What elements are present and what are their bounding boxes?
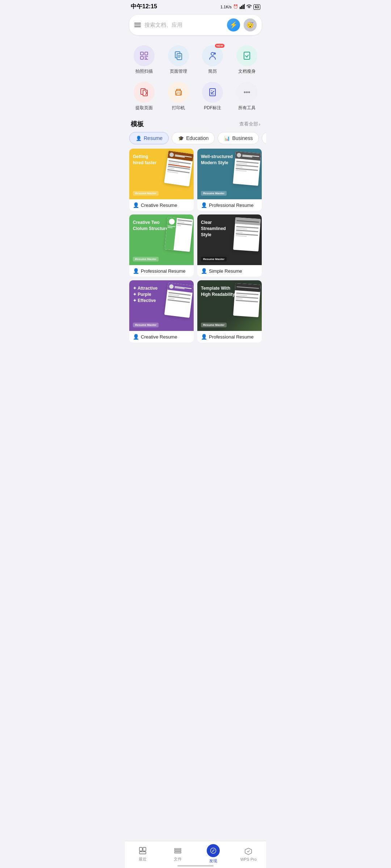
user-icon-6: 👤 [201, 334, 207, 340]
tool-printer-label: 打印机 [172, 105, 185, 111]
search-bar[interactable]: 搜索文档、应用 ⚡ 😴 [129, 15, 262, 35]
chevron-right-icon: › [259, 122, 260, 127]
template-info-2: 👤 Professional Resume [197, 199, 262, 211]
tab-resume[interactable]: 👤 Resume [129, 132, 169, 144]
svg-text:+: + [214, 53, 215, 55]
tool-extract-page[interactable]: 提取页面 [128, 79, 161, 114]
search-input[interactable]: 搜索文档、应用 [144, 22, 223, 29]
template-thumb-2: Well-structuredModern Style [197, 149, 262, 199]
status-time: 中午12:15 [131, 3, 157, 10]
tool-pdf-annotate[interactable]: PDF标注 [196, 79, 229, 114]
user-icon-4: 👤 [201, 268, 207, 274]
resume-icon-wrap: NEW + [202, 45, 223, 66]
lightning-button[interactable]: ⚡ [227, 18, 240, 31]
svg-rect-0 [240, 7, 241, 9]
battery-icon: 63 [253, 5, 260, 9]
template-thumb-5: ✦ Attractive✦ Purple✦ Effective [129, 280, 194, 331]
wifi-icon [246, 4, 252, 9]
template-info-5: 👤 Creative Resume [129, 331, 194, 342]
avatar[interactable]: 😴 [244, 18, 257, 31]
template-grid: Gettinghired faster [125, 149, 266, 371]
template-info-3: 👤 Professional Resume [129, 265, 194, 277]
template-card-creative-resume-2[interactable]: ✦ Attractive✦ Purple✦ Effective [129, 280, 194, 342]
template-info-1: 👤 Creative Resume [129, 199, 194, 211]
thumb-text-4: ClearStreamlinedStyle [201, 220, 226, 238]
svg-rect-4 [140, 52, 143, 55]
business-tab-icon: 📊 [224, 135, 230, 141]
thumb-text-2: Well-structuredModern Style [201, 154, 233, 166]
svg-point-28 [248, 92, 250, 93]
tool-extract-page-label: 提取页面 [135, 105, 153, 111]
page-mgmt-icon-wrap [168, 45, 189, 66]
tab-letter[interactable]: 📄 Letter [262, 132, 266, 144]
svg-point-26 [244, 92, 245, 93]
svg-point-24 [180, 92, 181, 93]
resume-preview-2 [233, 151, 261, 186]
thumb-text-6: Template WithHigh Readability [201, 285, 235, 298]
template-name-2: Professional Resume [209, 203, 254, 208]
user-icon-5: 👤 [133, 334, 139, 340]
thumb-badge-6: Resume Master [201, 323, 227, 327]
svg-rect-2 [243, 5, 244, 9]
signal-icon [240, 4, 245, 10]
template-name-4: Simple Resume [209, 268, 242, 274]
svg-rect-5 [145, 52, 148, 55]
printer-icon-wrap [168, 82, 189, 103]
thumb-badge-2: Resume Master [201, 191, 227, 196]
tool-grid: 拍照扫描 页面管理 NEW + 简历 [125, 41, 266, 117]
template-tabs: 👤 Resume 🎓 Education 📊 Business 📄 Letter [125, 132, 266, 149]
resume-preview-4 [233, 217, 261, 252]
thumb-badge-4: Resume Master [201, 257, 227, 261]
status-bar: 中午12:15 1.1K/s ⏰ 63 [125, 0, 266, 12]
section-title: 模板 [131, 120, 144, 128]
template-card-professional-resume-2[interactable]: Creative TwoClolum Structure [129, 214, 194, 277]
tool-page-mgmt[interactable]: 页面管理 [162, 42, 195, 77]
template-card-creative-resume-1[interactable]: Gettinghired faster [129, 149, 194, 211]
tool-pdf-annotate-label: PDF标注 [204, 105, 221, 111]
template-thumb-6: Template WithHigh Readability Resume Mas… [197, 280, 262, 331]
see-all-button[interactable]: 查看全部 › [239, 121, 260, 127]
template-thumb-1: Gettinghired faster [129, 149, 194, 199]
template-section-header: 模板 查看全部 › [125, 117, 266, 132]
pdf-annotate-icon-wrap [202, 82, 223, 103]
user-icon-1: 👤 [133, 202, 139, 208]
alarm-icon: ⏰ [233, 4, 238, 9]
template-card-professional-resume-1[interactable]: Well-structuredModern Style [197, 149, 262, 211]
all-tools-icon-wrap [236, 82, 257, 103]
thumb-text-5: ✦ Attractive✦ Purple✦ Effective [133, 285, 157, 303]
user-icon-2: 👤 [201, 202, 207, 208]
resume-preview-6 [233, 283, 261, 318]
extract-page-icon-wrap [134, 82, 155, 103]
resume-preview-5 [164, 282, 193, 318]
tool-doc-slim[interactable]: 文档瘦身 [231, 42, 264, 77]
tool-page-mgmt-label: 页面管理 [170, 68, 187, 75]
resume-tab-icon: 👤 [135, 135, 142, 141]
tool-scan-label: 拍照扫描 [135, 68, 153, 75]
svg-rect-3 [244, 4, 245, 9]
thumb-text-3: Creative TwoClolum Structure [133, 220, 168, 232]
template-name-5: Creative Resume [141, 334, 177, 340]
template-card-professional-resume-3[interactable]: Template WithHigh Readability Resume Mas… [197, 280, 262, 342]
tab-education[interactable]: 🎓 Education [172, 132, 215, 144]
template-info-4: 👤 Simple Resume [197, 265, 262, 277]
network-speed: 1.1K/s [220, 5, 232, 9]
thumb-badge-1: Resume Master [133, 191, 159, 196]
template-name-3: Professional Resume [141, 268, 186, 274]
thumb-badge-3: Resume Master [133, 257, 159, 261]
tool-all-tools-label: 所有工具 [238, 105, 256, 111]
tool-scan[interactable]: 拍照扫描 [128, 42, 161, 77]
template-card-simple-resume[interactable]: ClearStreamlinedStyle Resume Master 👤 Si… [197, 214, 262, 277]
tool-printer[interactable]: 打印机 [162, 79, 195, 114]
menu-button[interactable] [134, 23, 141, 27]
thumb-text-1: Gettinghired faster [133, 154, 156, 166]
tool-all-tools[interactable]: 所有工具 [231, 79, 264, 114]
template-info-6: 👤 Professional Resume [197, 331, 262, 342]
user-icon-3: 👤 [133, 268, 139, 274]
tool-resume[interactable]: NEW + 简历 [196, 42, 229, 77]
tab-business[interactable]: 📊 Business [218, 132, 259, 144]
tool-doc-slim-label: 文档瘦身 [238, 68, 256, 75]
resume-preview-3 [164, 217, 193, 252]
svg-rect-6 [140, 56, 143, 59]
education-tab-icon: 🎓 [178, 135, 184, 141]
svg-rect-1 [241, 6, 242, 9]
